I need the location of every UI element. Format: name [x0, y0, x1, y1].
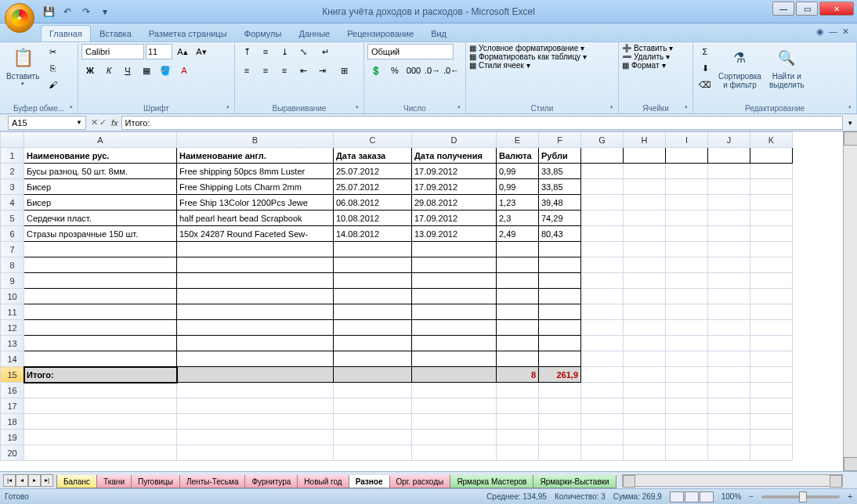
clear-icon[interactable]: ⌫ [696, 77, 714, 92]
cell-K1[interactable] [750, 148, 793, 164]
format-as-table-button[interactable]: ▦Форматировать как таблицу ▾ [469, 52, 587, 61]
sheet-tab-Новый год[interactable]: Новый год [297, 475, 349, 488]
cell-J8[interactable] [708, 257, 750, 273]
cell-D6[interactable]: 13.09.2012 [412, 226, 497, 242]
row-header-15[interactable]: 15 [1, 367, 24, 383]
cell-K17[interactable] [750, 398, 793, 414]
sheet-nav-prev-icon[interactable]: ◂ [16, 474, 28, 487]
cell-I16[interactable] [666, 383, 708, 398]
page-layout-view-icon[interactable] [685, 491, 699, 502]
expand-formula-icon[interactable]: ▾ [843, 119, 857, 127]
currency-icon[interactable]: 💲 [367, 63, 385, 78]
cell-B9[interactable] [177, 273, 334, 289]
cell-H19[interactable] [624, 430, 666, 445]
row-header-12[interactable]: 12 [1, 320, 24, 336]
cell-F13[interactable] [539, 336, 581, 351]
cell-H14[interactable] [624, 351, 666, 367]
find-select-button[interactable]: 🔍 Найти и выделить [766, 44, 808, 91]
align-right-icon[interactable]: ≡ [276, 63, 293, 78]
cell-B5[interactable]: half pearl heart bead Scrapbook [177, 211, 334, 226]
cell-J18[interactable] [708, 414, 750, 430]
cell-J2[interactable] [708, 164, 750, 179]
normal-view-icon[interactable] [670, 491, 684, 502]
increase-indent-icon[interactable]: ⇥ [313, 63, 331, 78]
fill-color-icon[interactable]: 🪣 [157, 63, 174, 78]
row-header-18[interactable]: 18 [1, 414, 24, 430]
cell-A14[interactable] [24, 351, 177, 367]
cell-H20[interactable] [624, 445, 666, 461]
row-header-2[interactable]: 2 [1, 164, 24, 179]
cell-J16[interactable] [708, 383, 750, 398]
cell-G6[interactable] [581, 226, 624, 242]
font-name-combo[interactable] [81, 44, 144, 59]
cell-A13[interactable] [24, 336, 177, 351]
align-bottom-icon[interactable]: ⤓ [276, 44, 293, 59]
cell-C13[interactable] [334, 336, 412, 351]
zoom-in-icon[interactable]: + [848, 492, 852, 501]
cell-A18[interactable] [24, 414, 177, 430]
col-header-H[interactable]: H [624, 132, 666, 148]
cell-I5[interactable] [666, 211, 708, 226]
cell-H15[interactable] [624, 367, 666, 383]
close-button[interactable]: ✕ [819, 2, 854, 16]
cell-B18[interactable] [177, 414, 334, 430]
cell-E19[interactable] [497, 430, 539, 445]
cell-H8[interactable] [624, 257, 666, 273]
merge-icon[interactable]: ⊞ [332, 63, 356, 78]
cell-I1[interactable] [666, 148, 708, 164]
cell-D17[interactable] [412, 398, 497, 414]
cell-F9[interactable] [539, 273, 581, 289]
cell-K10[interactable] [750, 289, 793, 304]
zoom-level[interactable]: 100% [721, 492, 742, 501]
cell-G12[interactable] [581, 320, 624, 336]
cell-I17[interactable] [666, 398, 708, 414]
cell-F14[interactable] [539, 351, 581, 367]
cell-A10[interactable] [24, 289, 177, 304]
cell-E12[interactable] [497, 320, 539, 336]
cell-A5[interactable]: Сердечки пласт. [24, 211, 177, 226]
cell-A12[interactable] [24, 320, 177, 336]
sheet-tab-Ткани[interactable]: Ткани [96, 475, 132, 488]
cell-E8[interactable] [497, 257, 539, 273]
minimize-button[interactable]: — [772, 2, 794, 16]
cancel-formula-icon[interactable]: ✕ [91, 117, 98, 128]
row-header-10[interactable]: 10 [1, 289, 24, 304]
cell-C19[interactable] [334, 430, 412, 445]
cell-F7[interactable] [539, 242, 581, 257]
cell-H13[interactable] [624, 336, 666, 351]
row-header-8[interactable]: 8 [1, 257, 24, 273]
cell-F1[interactable]: Рубли [539, 148, 581, 164]
cell-I7[interactable] [666, 242, 708, 257]
row-header-16[interactable]: 16 [1, 383, 24, 398]
cell-I12[interactable] [666, 320, 708, 336]
cell-K19[interactable] [750, 430, 793, 445]
cell-G11[interactable] [581, 304, 624, 320]
cell-J4[interactable] [708, 195, 750, 211]
cell-E1[interactable]: Валюта [497, 148, 539, 164]
col-header-C[interactable]: C [334, 132, 412, 148]
sort-filter-button[interactable]: ⚗ Сортировка и фильтр [715, 44, 765, 91]
cell-D20[interactable] [412, 445, 497, 461]
cell-F15[interactable]: 261,9 [539, 367, 581, 383]
number-format-combo[interactable] [367, 44, 454, 59]
col-header-D[interactable]: D [412, 132, 497, 148]
cell-C12[interactable] [334, 320, 412, 336]
cell-B15[interactable] [177, 367, 334, 383]
cell-K12[interactable] [750, 320, 793, 336]
cut-icon[interactable]: ✂ [44, 44, 61, 59]
sheet-tab-Разное[interactable]: Разное [349, 475, 390, 488]
cell-K9[interactable] [750, 273, 793, 289]
cell-D16[interactable] [412, 383, 497, 398]
cell-I2[interactable] [666, 164, 708, 179]
row-header-19[interactable]: 19 [1, 430, 24, 445]
cell-E7[interactable] [497, 242, 539, 257]
cell-F19[interactable] [539, 430, 581, 445]
select-all-corner[interactable] [1, 132, 24, 148]
cell-C11[interactable] [334, 304, 412, 320]
cell-K4[interactable] [750, 195, 793, 211]
cell-F17[interactable] [539, 398, 581, 414]
cell-C15[interactable] [334, 367, 412, 383]
formula-bar[interactable]: Итого: [121, 116, 843, 130]
cell-H3[interactable] [624, 179, 666, 195]
cell-I8[interactable] [666, 257, 708, 273]
